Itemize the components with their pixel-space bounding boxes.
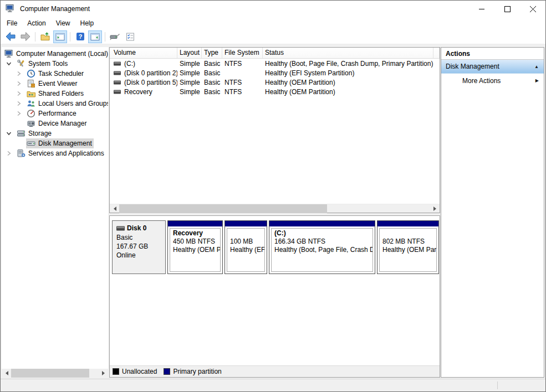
show-console-tree-icon xyxy=(55,33,65,41)
menu-file[interactable]: File xyxy=(2,17,22,29)
column-header-volume[interactable]: Volume xyxy=(110,48,177,58)
chevron-right-icon[interactable] xyxy=(16,101,26,106)
tree-item-system-tools[interactable]: System Tools xyxy=(2,59,108,69)
close-button[interactable] xyxy=(520,1,545,17)
partition-recovery[interactable]: Recovery450 MB NTFSHealthy (OEM Partitio… xyxy=(167,220,223,274)
cell-layout: Simple xyxy=(177,69,202,77)
forward-button[interactable] xyxy=(18,30,32,43)
partition-c[interactable]: (C:)166.34 GB NTFSHealthy (Boot, Page Fi… xyxy=(269,220,375,274)
chevron-right-icon[interactable] xyxy=(16,71,26,76)
column-header-status[interactable]: Status xyxy=(263,48,433,58)
chevron-down-icon[interactable] xyxy=(6,61,16,66)
toolbar-separator xyxy=(35,32,35,42)
console-tree: Computer Management (Local)System ToolsT… xyxy=(2,47,108,158)
folder-up-button[interactable] xyxy=(38,30,52,43)
partition-block-2[interactable]: 100 MBHealthy (EFI System Partition) xyxy=(224,220,267,274)
maximize-button[interactable] xyxy=(494,1,520,17)
tree-item-label: Disk Management xyxy=(38,140,92,147)
disk-size: 167.67 GB xyxy=(116,242,165,251)
computer-management-window: Computer Management FileActionViewHelp ?… xyxy=(0,0,546,392)
partition-block-4[interactable]: 802 MB NTFSHealthy (OEM Partition) xyxy=(377,220,439,274)
chevron-down-icon[interactable] xyxy=(6,131,16,136)
scroll-left-arrow-icon[interactable] xyxy=(110,204,119,213)
volume-row-recovery[interactable]: RecoverySimpleBasicNTFSHealthy (OEM Part… xyxy=(110,87,440,96)
partitions: Recovery450 MB NTFSHealthy (OEM Partitio… xyxy=(167,220,441,274)
minimize-button[interactable] xyxy=(469,1,494,17)
actions-group-disk-management[interactable]: Disk Management ▲ xyxy=(441,60,544,74)
graphical-view-pane: Disk 0 Basic 167.67 GB Online Recovery45… xyxy=(109,215,440,378)
minimize-icon xyxy=(479,6,485,12)
partition-title: (C:) xyxy=(274,229,372,238)
more-actions-item[interactable]: More Actions ▶ xyxy=(441,74,544,87)
menu-view[interactable]: View xyxy=(51,17,75,29)
collapse-group-icon[interactable]: ▲ xyxy=(534,64,539,69)
partition-details: 802 MB NTFSHealthy (OEM Partition) xyxy=(379,228,437,272)
partition-title: Recovery xyxy=(173,229,220,238)
status-bar xyxy=(1,379,545,391)
cell-type: Basic xyxy=(202,69,222,77)
performance-icon xyxy=(27,109,36,118)
tree-item-label: Task Scheduler xyxy=(38,70,84,78)
maximize-icon xyxy=(504,6,511,12)
scrollbar-thumb[interactable] xyxy=(11,369,89,378)
volume-list-pane: VolumeLayoutTypeFile SystemStatus (C:)Si… xyxy=(109,47,440,213)
partition-type-bar xyxy=(225,221,267,226)
partition-size: 166.34 GB NTFS xyxy=(274,238,372,246)
cell-layout: Simple xyxy=(177,88,202,96)
volume-row-disk-0-partition-5[interactable]: (Disk 0 partition 5)SimpleBasicNTFSHealt… xyxy=(110,78,440,87)
partition-details: 100 MBHealthy (EFI System Partition) xyxy=(227,228,265,272)
disk-device-button[interactable] xyxy=(108,30,122,43)
menu-action[interactable]: Action xyxy=(22,17,50,29)
tree-item-task-scheduler[interactable]: Task Scheduler xyxy=(2,69,108,79)
volume-list-rows: (C:)SimpleBasicNTFSHealthy (Boot, Page F… xyxy=(110,59,440,96)
volume-icon xyxy=(114,71,121,75)
show-action-pane-button[interactable] xyxy=(88,30,102,43)
volume-row-c[interactable]: (C:)SimpleBasicNTFSHealthy (Boot, Page F… xyxy=(110,59,440,68)
tree-item-local-users-and-groups[interactable]: Local Users and Groups xyxy=(2,99,108,109)
cell-file-system: NTFS xyxy=(222,79,263,86)
toolbar-separator xyxy=(70,32,70,42)
help-button[interactable]: ? xyxy=(73,30,87,43)
scroll-right-arrow-icon[interactable] xyxy=(99,369,108,378)
disk-management-icon xyxy=(27,139,36,148)
show-action-pane-icon xyxy=(90,33,100,41)
tree-item-services-and-applications[interactable]: Services and Applications xyxy=(2,148,108,158)
partition-type-bar xyxy=(168,221,222,226)
title-bar[interactable]: Computer Management xyxy=(1,1,545,17)
tree-item-label: Services and Applications xyxy=(28,149,104,157)
volume-row-disk-0-partition-2[interactable]: (Disk 0 partition 2)SimpleBasicHealthy (… xyxy=(110,68,440,78)
tree-item-label: Storage xyxy=(28,130,52,137)
show-console-tree-button[interactable] xyxy=(53,30,67,43)
scroll-right-arrow-icon[interactable] xyxy=(431,204,440,213)
disk-0-label[interactable]: Disk 0 Basic 167.67 GB Online xyxy=(112,220,166,274)
partition-details: Recovery450 MB NTFSHealthy (OEM Partitio… xyxy=(170,228,221,272)
tree-item-storage[interactable]: Storage xyxy=(2,128,108,138)
scroll-left-arrow-icon[interactable] xyxy=(2,369,11,378)
partition-size: 450 MB NTFS xyxy=(173,238,220,246)
column-header-layout[interactable]: Layout xyxy=(177,48,202,58)
chevron-right-icon[interactable] xyxy=(16,91,26,96)
chevron-right-icon[interactable] xyxy=(6,151,16,156)
tree-horizontal-scrollbar[interactable] xyxy=(2,369,108,378)
column-header-type[interactable]: Type xyxy=(202,48,222,58)
volume-list-horizontal-scrollbar[interactable] xyxy=(110,204,440,213)
folder-up-icon xyxy=(40,32,50,41)
tree-item-performance[interactable]: Performance xyxy=(2,109,108,118)
menu-help[interactable]: Help xyxy=(75,17,99,29)
chevron-right-icon[interactable] xyxy=(16,111,26,116)
tree-item-disk-management[interactable]: Disk Management xyxy=(2,138,108,148)
volume-name: (C:) xyxy=(124,60,135,68)
column-header-file-system[interactable]: File System xyxy=(222,48,263,58)
tree-item-shared-folders[interactable]: Shared Folders xyxy=(2,89,108,99)
partition-status: Healthy (EFI System Partition) xyxy=(230,246,264,254)
scrollbar-thumb[interactable] xyxy=(119,204,327,213)
tree-item-label: Computer Management (Local) xyxy=(16,50,108,58)
chevron-right-icon[interactable] xyxy=(16,81,26,86)
actions-panel: Actions Disk Management ▲ More Actions ▶ xyxy=(441,47,544,378)
tree-item-event-viewer[interactable]: Event Viewer xyxy=(2,79,108,89)
tree-item-device-manager[interactable]: Device Manager xyxy=(2,118,108,128)
tree-item-computer-management-local[interactable]: Computer Management (Local) xyxy=(2,49,108,59)
event-viewer-icon xyxy=(27,79,36,88)
back-button[interactable] xyxy=(3,30,17,43)
volume-list-button[interactable] xyxy=(123,30,137,43)
